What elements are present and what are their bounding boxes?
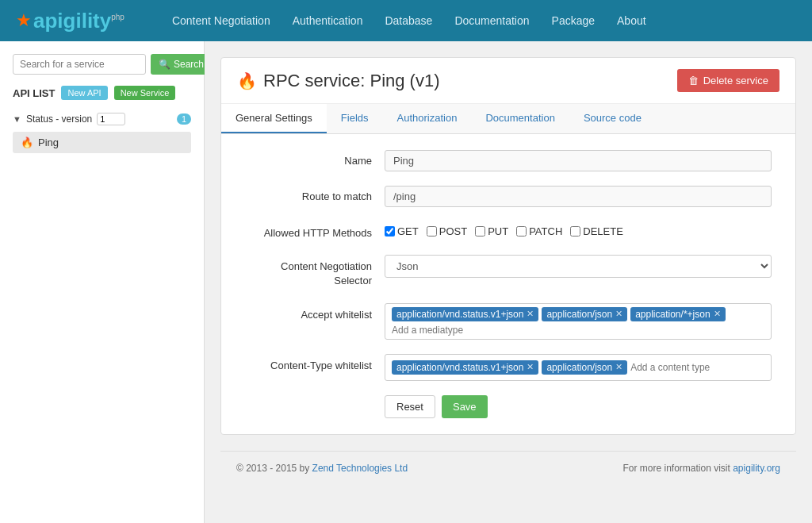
footer-more-info: For more information visit apigility.org (622, 463, 780, 474)
method-put[interactable]: PUT (475, 225, 508, 237)
accept-tag-0: application/vnd.status.v1+json ✕ (392, 307, 538, 321)
logo-flame-icon: ★ (16, 10, 32, 31)
remove-accept-tag-1[interactable]: ✕ (615, 309, 622, 319)
service-flame-icon: 🔥 (237, 71, 257, 90)
status-group: ▼ Status - version 1 🔥 Ping (13, 110, 191, 153)
api-list-title: API LIST (13, 87, 55, 99)
tab-general-settings[interactable]: General Settings (221, 104, 327, 133)
tab-fields[interactable]: Fields (327, 104, 383, 133)
main-content: 🔥 RPC service: Ping (v1) 🗑 Delete servic… (205, 41, 812, 523)
negotiation-select[interactable]: Json (385, 255, 772, 278)
form-actions: Reset Save (245, 395, 772, 418)
search-icon: 🔍 (159, 59, 170, 70)
service-header: 🔥 RPC service: Ping (v1) 🗑 Delete servic… (221, 58, 795, 104)
status-label: Status - version (26, 113, 92, 125)
tab-authorization[interactable]: Authorization (383, 104, 472, 133)
zend-link[interactable]: Zend Technologies Ltd (312, 463, 408, 474)
accept-whitelist-tags[interactable]: application/vnd.status.v1+json ✕ applica… (385, 303, 772, 340)
trash-icon: 🗑 (688, 75, 699, 87)
http-methods-row: Allowed HTTP Methods GET POST (245, 221, 772, 240)
content-type-whitelist-input[interactable] (630, 362, 764, 373)
name-input[interactable] (385, 150, 772, 171)
version-input[interactable] (97, 113, 125, 125)
service-item-ping[interactable]: 🔥 Ping (13, 132, 191, 153)
save-button[interactable]: Save (442, 395, 488, 418)
name-row: Name (245, 150, 772, 171)
service-item-label: Ping (38, 137, 59, 148)
negotiation-row: Content Negotiation Selector Json (245, 255, 772, 288)
method-post[interactable]: POST (427, 225, 467, 237)
chevron-down-icon: ▼ (13, 114, 21, 124)
sidebar: 🔍 Search API LIST New API New Service ▼ … (0, 41, 205, 523)
search-button[interactable]: 🔍 Search (151, 54, 212, 75)
method-post-checkbox[interactable] (427, 226, 437, 237)
tabs: General Settings Fields Authorization Do… (221, 104, 795, 134)
method-put-checkbox[interactable] (475, 226, 485, 237)
method-get-checkbox[interactable] (385, 226, 395, 237)
status-header[interactable]: ▼ Status - version 1 (13, 110, 191, 129)
http-methods: GET POST PUT PATCH (385, 221, 623, 237)
tab-documentation[interactable]: Documentation (471, 104, 569, 133)
method-delete[interactable]: DELETE (570, 225, 623, 237)
remove-accept-tag-2[interactable]: ✕ (714, 309, 721, 319)
api-list-header: API LIST New API New Service (13, 86, 191, 100)
remove-content-type-tag-0[interactable]: ✕ (527, 362, 534, 372)
accept-tag-2: application/*+json ✕ (630, 307, 725, 321)
nav-item-package[interactable]: Package (552, 14, 595, 27)
content-type-whitelist-label: Content-Type whitelist (245, 354, 372, 373)
content-type-tag-1: application/json ✕ (542, 360, 627, 375)
tab-source-code[interactable]: Source code (569, 104, 656, 133)
method-delete-checkbox[interactable] (570, 226, 580, 237)
route-row: Route to match (245, 186, 772, 207)
remove-content-type-tag-1[interactable]: ✕ (615, 362, 622, 372)
reset-button[interactable]: Reset (385, 395, 435, 418)
name-label: Name (245, 150, 372, 167)
nav-item-database[interactable]: Database (385, 14, 432, 27)
accept-whitelist-row: Accept whitelist application/vnd.status.… (245, 303, 772, 340)
footer: © 2013 - 2015 by Zend Technologies Ltd F… (220, 451, 796, 485)
top-navigation: ★ apigilityphp Content Negotiation Authe… (0, 0, 812, 41)
method-patch[interactable]: PATCH (516, 225, 562, 237)
new-service-button[interactable]: New Service (114, 86, 176, 100)
content-type-whitelist-row: Content-Type whitelist application/vnd.s… (245, 354, 772, 381)
new-api-button[interactable]: New API (61, 86, 107, 100)
accept-tag-1: application/json ✕ (542, 307, 627, 321)
remove-accept-tag-0[interactable]: ✕ (527, 309, 534, 319)
content-type-tag-0: application/vnd.status.v1+json ✕ (392, 360, 538, 375)
search-input[interactable] (13, 54, 146, 75)
layout: 🔍 Search API LIST New API New Service ▼ … (0, 41, 812, 523)
logo-text: apigilityphp (33, 9, 124, 33)
route-input[interactable] (385, 186, 772, 207)
delete-service-button[interactable]: 🗑 Delete service (677, 69, 779, 92)
http-methods-label: Allowed HTTP Methods (245, 221, 372, 240)
flame-icon: 🔥 (21, 137, 33, 148)
logo: ★ apigilityphp (16, 9, 124, 33)
form-body: Name Route to match Allowed HTTP Methods (221, 134, 795, 434)
service-panel: 🔥 RPC service: Ping (v1) 🗑 Delete servic… (220, 57, 796, 435)
nav-item-about[interactable]: About (617, 14, 646, 27)
content-type-whitelist-tags[interactable]: application/vnd.status.v1+json ✕ applica… (385, 354, 772, 381)
route-label: Route to match (245, 186, 372, 202)
search-bar: 🔍 Search (13, 54, 191, 75)
accept-whitelist-label: Accept whitelist (245, 303, 372, 322)
apigility-link[interactable]: apigility.org (733, 463, 780, 474)
nav-links: Content Negotiation Authentication Datab… (172, 14, 646, 27)
nav-item-authentication[interactable]: Authentication (293, 14, 363, 27)
method-patch-checkbox[interactable] (516, 226, 527, 237)
version-badge: 1 (177, 113, 191, 125)
nav-item-content-negotiation[interactable]: Content Negotiation (172, 14, 270, 27)
service-title: 🔥 RPC service: Ping (v1) (237, 71, 440, 91)
method-get[interactable]: GET (385, 225, 419, 237)
negotiation-label: Content Negotiation Selector (245, 255, 372, 288)
nav-item-documentation[interactable]: Documentation (454, 14, 529, 27)
footer-copyright: © 2013 - 2015 by Zend Technologies Ltd (236, 463, 408, 474)
accept-whitelist-input[interactable] (392, 325, 764, 336)
